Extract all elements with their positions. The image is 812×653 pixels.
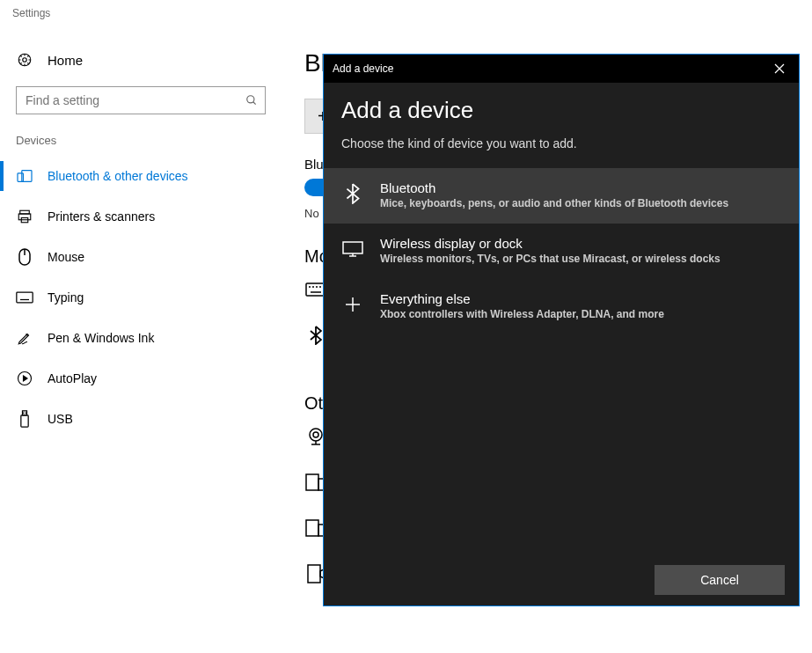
svg-rect-21 (306, 283, 326, 296)
svg-rect-37 (343, 242, 362, 253)
sidebar-item-label: Bluetooth & other devices (48, 169, 188, 183)
plus-icon (341, 293, 364, 316)
dialog-heading: Add a device (341, 97, 781, 124)
svg-point-28 (313, 432, 318, 437)
dialog-subheading: Choose the kind of device you want to ad… (341, 136, 781, 150)
display-icon (341, 238, 364, 260)
svg-rect-33 (308, 565, 320, 583)
svg-marker-16 (24, 376, 28, 381)
dialog-titlebar-text: Add a device (333, 62, 393, 75)
keyboard-icon (16, 289, 33, 306)
sidebar-item-pen-windows-ink[interactable]: Pen & Windows Ink (0, 318, 282, 358)
sidebar-item-label: USB (48, 412, 73, 426)
bluetooth-devices-icon (16, 167, 33, 185)
svg-point-27 (310, 429, 322, 441)
home-button[interactable]: Home (0, 42, 282, 77)
option-title: Bluetooth (380, 180, 728, 195)
sidebar-item-autoplay[interactable]: AutoPlay (0, 358, 282, 399)
svg-rect-5 (18, 173, 23, 182)
sidebar-item-usb[interactable]: USB (0, 399, 282, 439)
autoplay-icon (16, 370, 33, 387)
section-title-devices: Devices (0, 134, 282, 156)
settings-sidebar: Home Devices Bluetooth & other devicesPr… (0, 42, 282, 439)
option-description: Mice, keyboards, pens, or audio and othe… (380, 197, 728, 209)
mouse-icon (16, 248, 33, 266)
dialog-titlebar: Add a device (324, 55, 799, 83)
svg-rect-18 (21, 415, 28, 427)
option-title: Wireless display or dock (380, 236, 721, 251)
usb-icon (16, 410, 33, 428)
svg-rect-29 (306, 474, 318, 490)
svg-line-3 (253, 102, 256, 105)
svg-rect-31 (306, 520, 318, 536)
sidebar-item-printers-scanners[interactable]: Printers & scanners (0, 196, 282, 237)
device-option-everything-else[interactable]: Everything elseXbox controllers with Wir… (324, 279, 799, 334)
device-option-bluetooth[interactable]: BluetoothMice, keyboards, pens, or audio… (324, 168, 799, 224)
device-option-wireless-display-or-dock[interactable]: Wireless display or dockWireless monitor… (324, 224, 799, 279)
sidebar-item-label: Pen & Windows Ink (48, 331, 154, 345)
sidebar-item-mouse[interactable]: Mouse (0, 237, 282, 277)
dialog-body: Add a device Choose the kind of device y… (324, 83, 799, 554)
option-description: Wireless monitors, TVs, or PCs that use … (380, 253, 721, 265)
sidebar-item-label: AutoPlay (48, 371, 97, 385)
svg-rect-7 (18, 214, 31, 220)
printer-icon (16, 208, 33, 225)
option-title: Everything else (380, 291, 664, 306)
search-icon[interactable] (243, 92, 260, 109)
add-device-dialog: Add a device Add a device Choose the kin… (324, 55, 799, 605)
svg-rect-11 (17, 292, 33, 303)
bluetooth-icon (341, 182, 364, 205)
window-title: Settings (0, 0, 812, 19)
cancel-button[interactable]: Cancel (655, 565, 785, 595)
sidebar-item-label: Mouse (48, 250, 84, 264)
sidebar-item-label: Printers & scanners (48, 209, 155, 224)
svg-point-1 (23, 58, 27, 62)
close-button[interactable] (769, 58, 790, 79)
sidebar-item-typing[interactable]: Typing (0, 277, 282, 318)
svg-point-2 (247, 96, 254, 103)
sidebar-item-bluetooth-other-devices[interactable]: Bluetooth & other devices (0, 156, 282, 196)
pen-icon (16, 329, 33, 347)
option-description: Xbox controllers with Wireless Adapter, … (380, 308, 664, 320)
search-container (16, 86, 266, 114)
search-input[interactable] (16, 86, 266, 114)
home-label: Home (48, 53, 83, 68)
dialog-footer: Cancel (324, 554, 799, 605)
sidebar-item-label: Typing (48, 290, 84, 304)
home-icon (16, 51, 33, 69)
